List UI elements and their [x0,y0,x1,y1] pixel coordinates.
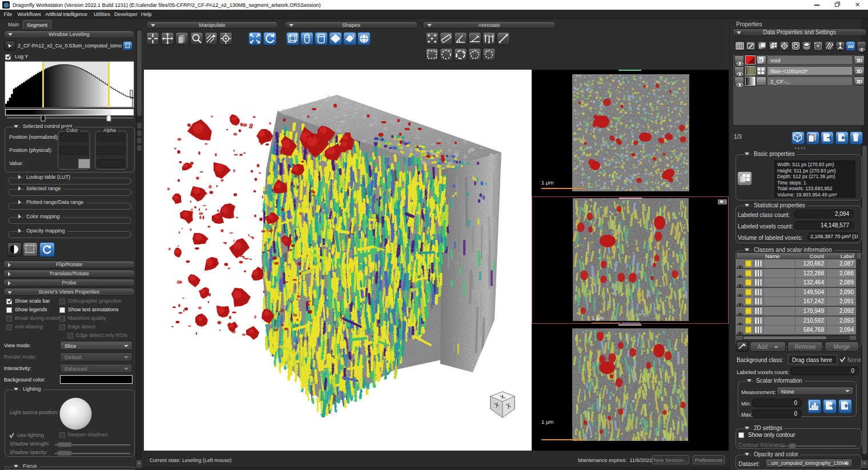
svg-text:1 μm: 1 μm [541,419,553,425]
svg-text:1 μm: 1 μm [592,315,604,321]
svg-text:1 μm: 1 μm [541,179,553,186]
